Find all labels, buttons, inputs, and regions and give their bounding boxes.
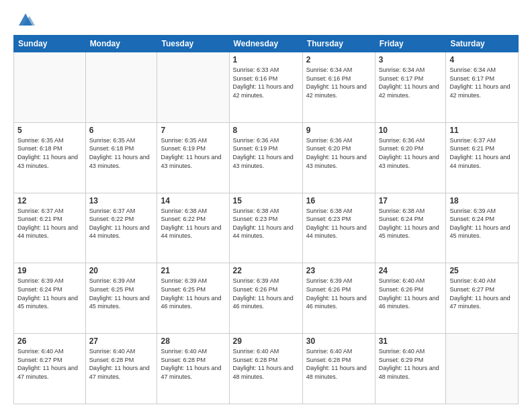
- day-number: 10: [379, 126, 443, 135]
- day-number: 27: [89, 336, 154, 346]
- day-of-week-header: Sunday: [14, 36, 86, 52]
- calendar-cell: 20Sunrise: 6:39 AM Sunset: 6:25 PM Dayli…: [85, 263, 157, 334]
- calendar-cell: 21Sunrise: 6:39 AM Sunset: 6:25 PM Dayli…: [157, 263, 229, 334]
- calendar-cell: 10Sunrise: 6:36 AM Sunset: 6:20 PM Dayli…: [375, 122, 446, 193]
- day-of-week-header: Wednesday: [229, 36, 302, 52]
- calendar-table: SundayMondayTuesdayWednesdayThursdayFrid…: [13, 35, 519, 404]
- day-number: 23: [306, 266, 371, 275]
- day-info: Sunrise: 6:37 AM Sunset: 6:21 PM Dayligh…: [449, 136, 515, 170]
- calendar-cell: 7Sunrise: 6:35 AM Sunset: 6:19 PM Daylig…: [157, 122, 229, 193]
- calendar-cell: 19Sunrise: 6:39 AM Sunset: 6:24 PM Dayli…: [14, 263, 86, 334]
- calendar-cell: 25Sunrise: 6:40 AM Sunset: 6:27 PM Dayli…: [446, 263, 519, 334]
- day-number: 18: [449, 196, 515, 205]
- day-info: Sunrise: 6:38 AM Sunset: 6:23 PM Dayligh…: [233, 207, 299, 240]
- day-info: Sunrise: 6:34 AM Sunset: 6:17 PM Dayligh…: [379, 66, 443, 99]
- calendar-cell: 30Sunrise: 6:40 AM Sunset: 6:28 PM Dayli…: [302, 334, 375, 404]
- day-number: 1: [233, 55, 299, 64]
- calendar-week-row: 5Sunrise: 6:35 AM Sunset: 6:18 PM Daylig…: [14, 122, 519, 193]
- calendar-cell: 29Sunrise: 6:40 AM Sunset: 6:28 PM Dayli…: [229, 334, 302, 404]
- day-info: Sunrise: 6:35 AM Sunset: 6:19 PM Dayligh…: [161, 136, 225, 170]
- calendar-cell: 9Sunrise: 6:36 AM Sunset: 6:20 PM Daylig…: [302, 122, 375, 193]
- header-row: SundayMondayTuesdayWednesdayThursdayFrid…: [14, 36, 519, 52]
- calendar-cell: 31Sunrise: 6:40 AM Sunset: 6:29 PM Dayli…: [375, 334, 446, 404]
- day-of-week-header: Friday: [375, 36, 446, 52]
- day-info: Sunrise: 6:39 AM Sunset: 6:24 PM Dayligh…: [449, 207, 515, 240]
- calendar-cell: 17Sunrise: 6:38 AM Sunset: 6:24 PM Dayli…: [375, 193, 446, 263]
- calendar-week-row: 26Sunrise: 6:40 AM Sunset: 6:27 PM Dayli…: [14, 334, 519, 404]
- day-number: 11: [449, 126, 515, 135]
- calendar-cell: 27Sunrise: 6:40 AM Sunset: 6:28 PM Dayli…: [85, 334, 157, 404]
- calendar-body: 1Sunrise: 6:33 AM Sunset: 6:16 PM Daylig…: [14, 52, 519, 404]
- day-info: Sunrise: 6:40 AM Sunset: 6:28 PM Dayligh…: [161, 347, 225, 381]
- calendar-header: SundayMondayTuesdayWednesdayThursdayFrid…: [14, 36, 519, 52]
- day-info: Sunrise: 6:40 AM Sunset: 6:28 PM Dayligh…: [89, 347, 154, 381]
- day-info: Sunrise: 6:40 AM Sunset: 6:28 PM Dayligh…: [306, 347, 371, 381]
- day-number: 19: [17, 266, 82, 275]
- logo-icon: [16, 11, 35, 30]
- day-info: Sunrise: 6:36 AM Sunset: 6:19 PM Dayligh…: [233, 136, 299, 170]
- logo: [13, 11, 35, 30]
- day-number: 7: [161, 126, 225, 135]
- day-info: Sunrise: 6:40 AM Sunset: 6:27 PM Dayligh…: [17, 347, 82, 381]
- day-info: Sunrise: 6:36 AM Sunset: 6:20 PM Dayligh…: [379, 136, 443, 170]
- calendar-cell: 8Sunrise: 6:36 AM Sunset: 6:19 PM Daylig…: [229, 122, 302, 193]
- calendar-week-row: 19Sunrise: 6:39 AM Sunset: 6:24 PM Dayli…: [14, 263, 519, 334]
- day-info: Sunrise: 6:38 AM Sunset: 6:24 PM Dayligh…: [379, 207, 443, 240]
- calendar-cell: [157, 52, 229, 123]
- day-number: 2: [306, 55, 371, 64]
- day-number: 14: [161, 196, 225, 205]
- day-number: 29: [233, 336, 299, 346]
- calendar-cell: 11Sunrise: 6:37 AM Sunset: 6:21 PM Dayli…: [446, 122, 519, 193]
- day-number: 12: [17, 196, 82, 205]
- calendar-cell: 18Sunrise: 6:39 AM Sunset: 6:24 PM Dayli…: [446, 193, 519, 263]
- day-info: Sunrise: 6:40 AM Sunset: 6:26 PM Dayligh…: [379, 277, 443, 310]
- day-number: 6: [89, 126, 154, 135]
- day-info: Sunrise: 6:39 AM Sunset: 6:26 PM Dayligh…: [233, 277, 299, 310]
- calendar-week-row: 12Sunrise: 6:37 AM Sunset: 6:21 PM Dayli…: [14, 193, 519, 263]
- day-number: 8: [233, 126, 299, 135]
- day-info: Sunrise: 6:37 AM Sunset: 6:22 PM Dayligh…: [89, 207, 154, 240]
- calendar-week-row: 1Sunrise: 6:33 AM Sunset: 6:16 PM Daylig…: [14, 52, 519, 123]
- day-info: Sunrise: 6:35 AM Sunset: 6:18 PM Dayligh…: [89, 136, 154, 170]
- day-info: Sunrise: 6:39 AM Sunset: 6:25 PM Dayligh…: [161, 277, 225, 310]
- day-info: Sunrise: 6:39 AM Sunset: 6:25 PM Dayligh…: [89, 277, 154, 310]
- calendar-cell: [85, 52, 157, 123]
- day-info: Sunrise: 6:38 AM Sunset: 6:22 PM Dayligh…: [161, 207, 225, 240]
- day-number: 5: [17, 126, 82, 135]
- day-info: Sunrise: 6:40 AM Sunset: 6:29 PM Dayligh…: [379, 347, 443, 381]
- calendar-cell: 24Sunrise: 6:40 AM Sunset: 6:26 PM Dayli…: [375, 263, 446, 334]
- day-number: 21: [161, 266, 225, 275]
- calendar-cell: 1Sunrise: 6:33 AM Sunset: 6:16 PM Daylig…: [229, 52, 302, 123]
- day-info: Sunrise: 6:35 AM Sunset: 6:18 PM Dayligh…: [17, 136, 82, 170]
- calendar-cell: 5Sunrise: 6:35 AM Sunset: 6:18 PM Daylig…: [14, 122, 86, 193]
- day-number: 30: [306, 336, 371, 346]
- calendar-cell: 22Sunrise: 6:39 AM Sunset: 6:26 PM Dayli…: [229, 263, 302, 334]
- day-number: 26: [17, 336, 82, 346]
- day-info: Sunrise: 6:34 AM Sunset: 6:16 PM Dayligh…: [306, 66, 371, 99]
- calendar-cell: 13Sunrise: 6:37 AM Sunset: 6:22 PM Dayli…: [85, 193, 157, 263]
- calendar-cell: 28Sunrise: 6:40 AM Sunset: 6:28 PM Dayli…: [157, 334, 229, 404]
- day-info: Sunrise: 6:39 AM Sunset: 6:26 PM Dayligh…: [306, 277, 371, 310]
- day-of-week-header: Thursday: [302, 36, 375, 52]
- day-info: Sunrise: 6:36 AM Sunset: 6:20 PM Dayligh…: [306, 136, 371, 170]
- day-number: 3: [379, 55, 443, 64]
- day-number: 9: [306, 126, 371, 135]
- day-number: 22: [233, 266, 299, 275]
- day-number: 20: [89, 266, 154, 275]
- calendar-cell: 15Sunrise: 6:38 AM Sunset: 6:23 PM Dayli…: [229, 193, 302, 263]
- day-number: 4: [449, 55, 515, 64]
- calendar-cell: 2Sunrise: 6:34 AM Sunset: 6:16 PM Daylig…: [302, 52, 375, 123]
- day-info: Sunrise: 6:34 AM Sunset: 6:17 PM Dayligh…: [449, 66, 515, 99]
- calendar-cell: 12Sunrise: 6:37 AM Sunset: 6:21 PM Dayli…: [14, 193, 86, 263]
- calendar-cell: [446, 334, 519, 404]
- day-info: Sunrise: 6:39 AM Sunset: 6:24 PM Dayligh…: [17, 277, 82, 310]
- calendar-cell: 14Sunrise: 6:38 AM Sunset: 6:22 PM Dayli…: [157, 193, 229, 263]
- day-number: 17: [379, 196, 443, 205]
- day-number: 16: [306, 196, 371, 205]
- day-number: 24: [379, 266, 443, 275]
- calendar-cell: 4Sunrise: 6:34 AM Sunset: 6:17 PM Daylig…: [446, 52, 519, 123]
- day-of-week-header: Saturday: [446, 36, 519, 52]
- day-number: 25: [449, 266, 515, 275]
- calendar-cell: 16Sunrise: 6:38 AM Sunset: 6:23 PM Dayli…: [302, 193, 375, 263]
- day-number: 13: [89, 196, 154, 205]
